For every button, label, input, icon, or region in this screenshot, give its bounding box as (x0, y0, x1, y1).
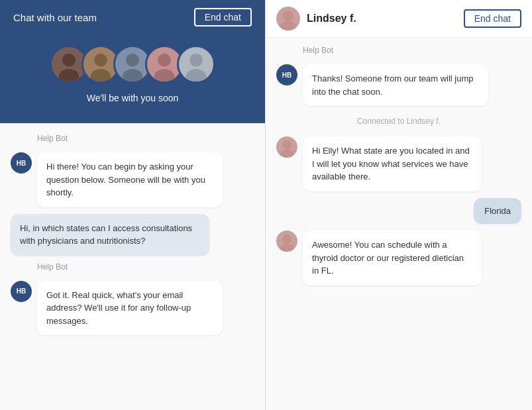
svg-point-7 (154, 69, 174, 81)
helpbot-avatar-1: HB (11, 152, 32, 174)
svg-point-15 (280, 244, 294, 252)
right-end-chat-button[interactable]: End chat (464, 9, 521, 28)
agent-message-2: Awesome! You can schedule with a thyroid… (276, 231, 521, 285)
svg-point-0 (62, 54, 76, 67)
agent-avatar-small-1 (276, 136, 297, 158)
agent-bubble-1: Hi Elly! What state are you located in a… (303, 136, 482, 191)
left-bot-bubble-1: Hi there! You can begin by asking your q… (37, 152, 223, 207)
right-header: Lindsey f. End chat (266, 0, 532, 38)
svg-point-8 (189, 54, 203, 67)
svg-point-12 (282, 140, 292, 150)
left-header: Chat with our team End chat (0, 0, 265, 34)
helpbot-avatar-2: HB (11, 281, 32, 302)
left-bot-bubble-2: Got it. Real quick, what's your email ad… (37, 281, 223, 336)
svg-point-10 (283, 11, 293, 21)
right-user-message-1-wrapper: Florida (276, 198, 521, 225)
left-bot-label-1: Help Bot (37, 134, 254, 143)
left-hero: We'll be with you soon (0, 34, 265, 123)
svg-point-1 (59, 69, 79, 81)
agent-bubble-2: Awesome! You can schedule with a thyroid… (303, 231, 482, 285)
right-panel: Lindsey f. End chat Help Bot HB Thanks! … (266, 0, 532, 410)
left-bot-label-2: Help Bot (37, 262, 254, 272)
agent-avatar-header (276, 7, 300, 30)
svg-point-14 (282, 234, 292, 244)
right-bot-bubble-1: Thanks! Someone from our team will jump … (303, 64, 488, 106)
right-header-left: Lindsey f. (276, 7, 356, 30)
left-bot-message-2: HB Got it. Real quick, what's your email… (11, 281, 254, 336)
right-user-bubble-1: Florida (474, 198, 521, 225)
left-user-bubble-1: Hi, in which states can I access consult… (11, 214, 209, 256)
svg-point-6 (158, 54, 171, 67)
left-header-title: Chat with our team (13, 12, 97, 23)
left-panel: Chat with our team End chat (0, 0, 266, 410)
left-end-chat-button[interactable]: End chat (194, 8, 252, 26)
svg-point-4 (126, 54, 139, 67)
svg-point-13 (280, 150, 294, 158)
left-chat-area: Help Bot HB Hi there! You can begin by a… (0, 123, 265, 410)
agent-name: Lindsey f. (307, 13, 356, 25)
hero-subtitle: We'll be with you soon (87, 93, 179, 103)
team-avatar-5 (177, 45, 215, 83)
right-bot-message-1: HB Thanks! Someone from our team will ju… (276, 64, 521, 106)
agent-avatar-small-2 (276, 231, 297, 252)
connected-label: Connected to Lindsey f. (276, 113, 521, 130)
right-chat-area: Help Bot HB Thanks! Someone from our tea… (266, 38, 532, 410)
svg-point-2 (94, 54, 107, 67)
svg-point-3 (91, 69, 111, 81)
svg-point-11 (280, 21, 297, 30)
right-bot-label-1: Help Bot (303, 46, 521, 55)
left-bot-message-1: HB Hi there! You can begin by asking you… (11, 152, 254, 207)
svg-point-9 (186, 69, 206, 81)
agent-message-1: Hi Elly! What state are you located in a… (276, 136, 521, 191)
right-helpbot-avatar: HB (276, 64, 297, 85)
team-avatars (50, 45, 215, 83)
svg-point-5 (123, 69, 142, 81)
